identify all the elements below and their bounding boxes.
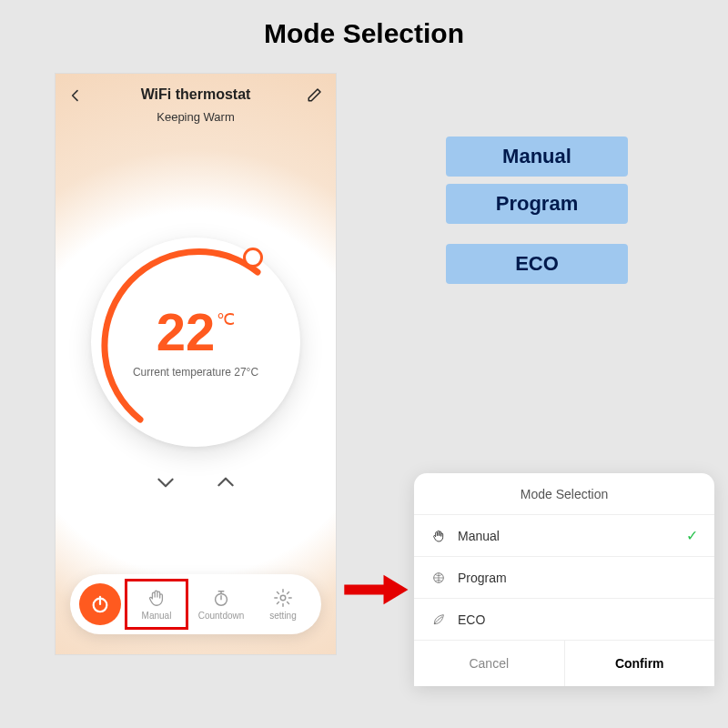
globe-icon — [430, 570, 447, 586]
option-label: Program — [458, 571, 507, 585]
current-temperature: Current temperature 27°C — [133, 366, 258, 379]
phone-header: WiFi thermostat Keeping Warm — [56, 74, 336, 127]
temp-step-controls — [154, 470, 238, 500]
power-button[interactable] — [79, 583, 121, 625]
countdown-label: Countdown — [198, 611, 245, 621]
setting-label: setting — [269, 611, 296, 621]
svg-marker-8 — [384, 575, 409, 604]
temperature-unit: ℃ — [217, 311, 235, 328]
increase-button[interactable] — [214, 470, 238, 500]
option-label: ECO — [458, 612, 485, 627]
option-label: Manual — [458, 529, 500, 543]
sheet-actions: Cancel Confirm — [414, 641, 714, 686]
svg-point-6 — [280, 595, 286, 601]
cancel-button[interactable]: Cancel — [414, 641, 565, 686]
phone-frame: WiFi thermostat Keeping Warm 22 ℃ Curren… — [55, 73, 337, 655]
device-title: WiFi thermostat — [70, 86, 321, 103]
sheet-title: Mode Selection — [414, 473, 714, 515]
device-status: Keeping Warm — [70, 110, 321, 124]
countdown-button[interactable]: Countdown — [192, 579, 250, 630]
hand-icon — [430, 528, 447, 544]
settings-button[interactable]: setting — [254, 579, 312, 630]
sheet-option-manual[interactable]: Manual ✓ — [414, 515, 714, 557]
confirm-button[interactable]: Confirm — [565, 641, 715, 686]
dial-readout: 22 ℃ Current temperature 27°C — [91, 238, 300, 447]
page-title: Mode Selection — [0, 18, 728, 49]
mode-selection-sheet: Mode Selection Manual ✓ Program ECO Canc… — [414, 473, 714, 686]
gear-icon — [273, 588, 293, 608]
mode-manual-button[interactable]: Manual — [125, 579, 188, 630]
mode-pill-eco[interactable]: ECO — [446, 244, 628, 284]
leaf-icon — [430, 612, 447, 628]
check-icon: ✓ — [686, 527, 698, 544]
mode-pill-program[interactable]: Program — [446, 184, 628, 224]
back-icon[interactable] — [68, 86, 83, 107]
set-temperature: 22 ℃ — [157, 306, 236, 359]
power-icon — [90, 594, 110, 614]
stopwatch-icon — [211, 588, 231, 608]
manual-label: Manual — [142, 611, 172, 621]
edit-icon[interactable] — [307, 86, 323, 103]
temperature-dial[interactable]: 22 ℃ Current temperature 27°C — [91, 238, 300, 447]
sheet-option-eco[interactable]: ECO — [414, 599, 714, 641]
arrow-right-icon — [341, 573, 410, 606]
mode-pill-manual[interactable]: Manual — [446, 136, 628, 177]
hand-icon — [147, 588, 167, 608]
decrease-button[interactable] — [154, 470, 177, 500]
bottom-toolbar: Manual Countdown setting — [70, 574, 321, 634]
sheet-option-program[interactable]: Program — [414, 557, 714, 599]
set-temperature-value: 22 — [157, 306, 216, 359]
